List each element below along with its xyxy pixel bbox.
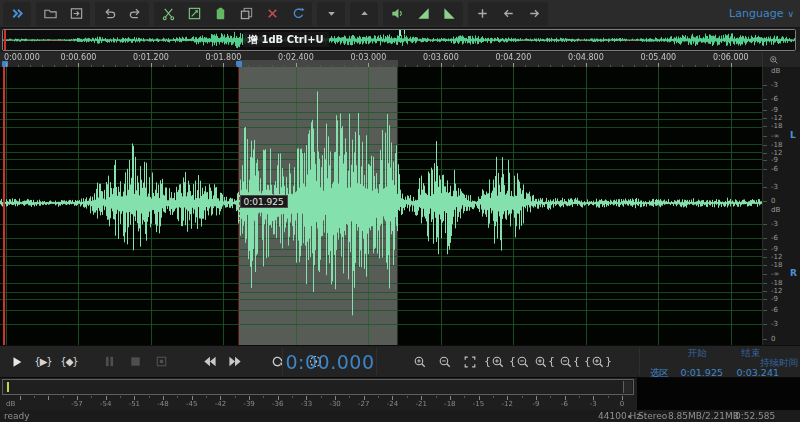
meter-db-label: 0: [620, 400, 624, 408]
zoom-sel-end-out-button[interactable]: {: [558, 350, 581, 374]
play-button[interactable]: [4, 350, 30, 374]
zoom-sel-start-in-button[interactable]: {: [483, 350, 506, 374]
db-scale-label: -18: [771, 123, 782, 130]
db-scale-tick: [763, 224, 767, 225]
db-scale-label: -18: [771, 280, 782, 287]
zoom-in-button[interactable]: [408, 350, 431, 374]
waveform-display[interactable]: 0:01.925: [0, 67, 762, 345]
audio-editor-window: Language ∨ 增 1dB Ctrl+U 0:00.0000:00.600…: [0, 0, 800, 422]
undo-button[interactable]: [96, 3, 122, 25]
db-scale-label: 0: [771, 336, 775, 343]
pause-button[interactable]: [96, 350, 122, 374]
meter-db-label: -33: [301, 400, 312, 408]
fade-out-button[interactable]: [436, 3, 462, 25]
meter-db-label: -57: [71, 400, 82, 408]
db-scale-label: -18: [771, 142, 782, 149]
brace-glyph: {: [484, 355, 491, 368]
level-meter-indicator: [7, 382, 9, 392]
toolbar-group: [3, 2, 31, 26]
ruler-time-label: 0:05.400: [640, 53, 676, 62]
import-button[interactable]: [63, 3, 89, 25]
panel-toggle-button[interactable]: [4, 3, 30, 25]
toolbar-group: [350, 2, 378, 26]
meter-tick: [608, 396, 609, 398]
zoom-out-icon: [559, 355, 573, 369]
meter-db-label: -21: [415, 400, 426, 408]
db-scale-label: -6: [771, 166, 778, 173]
ruler-time-label: 0:01.200: [133, 53, 169, 62]
nav-forward-button[interactable]: [521, 3, 547, 25]
language-label: Language: [729, 7, 783, 20]
timeline-ruler[interactable]: 0:00.0000:00.6000:01.2000:01.8000:02.400…: [0, 52, 762, 67]
zoom-sel-end-in-button[interactable]: {: [533, 350, 556, 374]
stop-icon: [128, 354, 143, 369]
fade-in-button[interactable]: [410, 3, 436, 25]
overview-strip[interactable]: 增 1dB Ctrl+U: [2, 29, 796, 51]
zoom-sel-start-out-button[interactable]: {: [508, 350, 531, 374]
db-scale-tick: [763, 118, 767, 119]
overview-waveform-canvas[interactable]: [3, 30, 795, 50]
zoom-in-icon: [769, 55, 779, 65]
waveform-canvas[interactable]: [0, 67, 762, 345]
paste-button[interactable]: [207, 3, 233, 25]
history-back-button[interactable]: [318, 3, 344, 25]
playhead-line[interactable]: [3, 67, 5, 345]
db-scale-tick: [763, 257, 767, 258]
cut-button[interactable]: [155, 3, 181, 25]
divider: [376, 348, 377, 375]
pause-icon: [102, 354, 117, 369]
monitor-button[interactable]: [384, 3, 410, 25]
info-row-label: 选区: [644, 368, 671, 378]
db-scale-tick: [763, 187, 767, 188]
db-scale-label: -3: [771, 221, 778, 228]
forward-button[interactable]: [222, 350, 248, 374]
level-meter-endcap: [623, 381, 632, 393]
stop-button[interactable]: [122, 350, 148, 374]
ruler-time-label: 0:03.600: [423, 53, 459, 62]
record-pane-button[interactable]: [148, 350, 174, 374]
open-file-button[interactable]: [37, 3, 63, 25]
trim-button[interactable]: [181, 3, 207, 25]
folder-icon: [43, 6, 58, 21]
play-selection-button[interactable]: {▶}: [30, 350, 56, 374]
db-scale-label: -12: [771, 288, 782, 295]
brace-glyph: {: [584, 355, 591, 368]
meter-tick: [206, 396, 207, 398]
db-scale[interactable]: dB-3-6-9-12-18-∞-18-12-9-6-30LdB-3-6-9-1…: [762, 67, 800, 345]
db-scale-label: -9: [771, 246, 778, 253]
toolbar-button-groups: [3, 2, 548, 26]
add-button[interactable]: [469, 3, 495, 25]
revert-button[interactable]: [285, 3, 311, 25]
meter-db-label: -30: [329, 400, 340, 408]
nav-back-button[interactable]: [495, 3, 521, 25]
paste-new-button[interactable]: [233, 3, 259, 25]
zoom-in-icon: [591, 355, 605, 369]
redo-button[interactable]: [122, 3, 148, 25]
meter-db-label: -51: [129, 400, 140, 408]
toolbar-group: [95, 2, 149, 26]
db-scale-label: 0: [771, 198, 775, 205]
scale-options-icon[interactable]: [769, 55, 779, 65]
db-scale-label: -6: [771, 235, 778, 242]
history-forward-button[interactable]: [351, 3, 377, 25]
zoom-fit-button[interactable]: [458, 350, 481, 374]
selection-info-panel: 开始结束持续时间选区0:01.9250:03.2410:01.315视图0:00…: [644, 347, 798, 378]
ruler-time-label: 0:06.000: [713, 53, 749, 62]
channel-badge-r: R: [790, 268, 797, 278]
cursor-time-label: 0:01.925: [240, 195, 288, 208]
delete-button[interactable]: [259, 3, 285, 25]
record-frame-icon: [154, 354, 169, 369]
info-header-start: 开始: [671, 348, 723, 358]
rewind-button[interactable]: [196, 350, 222, 374]
forward-icon: [228, 354, 243, 369]
level-meter[interactable]: [2, 379, 634, 395]
meter-tick: [292, 396, 293, 398]
zoom-selection-button[interactable]: {}: [583, 350, 613, 374]
language-menu[interactable]: Language ∨: [729, 7, 794, 20]
meter-tick: [378, 396, 379, 398]
zoom-out-button[interactable]: [433, 350, 456, 374]
ruler-time-label: 0:00.000: [4, 53, 40, 62]
triangle-rise-icon: [416, 6, 431, 21]
play-looped-button[interactable]: {◆}: [56, 350, 82, 374]
meter-db-label: -12: [501, 400, 512, 408]
